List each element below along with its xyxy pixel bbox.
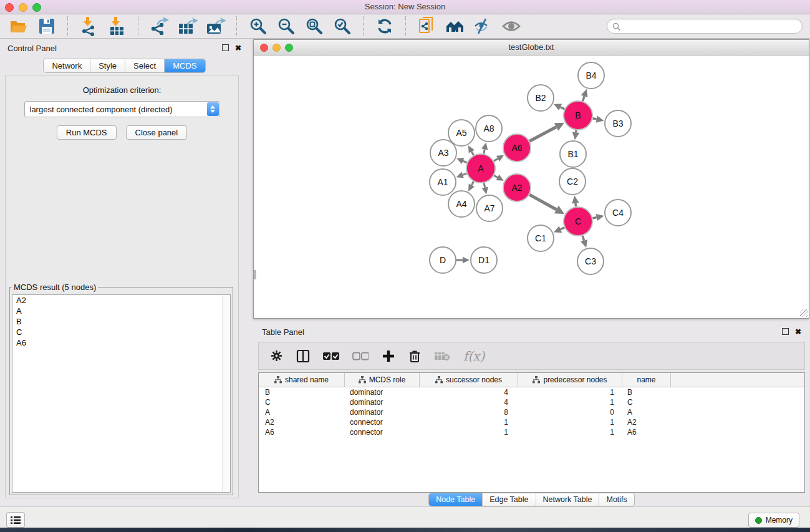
edge-arrowhead <box>572 196 579 204</box>
table-row[interactable]: A6connector11A6 <box>259 427 804 437</box>
column-header-successor-nodes[interactable]: successor nodes <box>420 373 518 387</box>
run-mcds-button[interactable]: Run MCDS <box>57 125 117 140</box>
search-field[interactable] <box>607 19 803 34</box>
zoom-fit-icon[interactable] <box>303 16 325 37</box>
table-row[interactable]: Adominator80A <box>259 407 804 417</box>
zoom-in-icon[interactable] <box>247 16 269 37</box>
edge-A-A8[interactable] <box>484 149 485 153</box>
edge-A-A1[interactable] <box>463 173 466 175</box>
select-all-check-icon[interactable] <box>323 352 339 360</box>
status-bar: Memory <box>0 506 810 528</box>
result-item[interactable]: C <box>12 327 230 337</box>
node-table[interactable]: shared nameMCDS rolesuccessor nodesprede… <box>258 372 805 493</box>
table-header-row[interactable]: shared nameMCDS rolesuccessor nodesprede… <box>259 373 804 387</box>
edge-C-C4[interactable] <box>592 217 596 218</box>
network-graph[interactable]: B4B2BB3A8A5A6A3B1AA1C2A2A4A7C4CC1C3DD1 <box>254 56 809 318</box>
edge-C-C2[interactable] <box>576 203 576 207</box>
tab-mcds[interactable]: MCDS <box>164 59 205 72</box>
tab-style[interactable]: Style <box>90 59 125 72</box>
result-item[interactable]: A <box>12 306 230 316</box>
node-label-B: B <box>575 110 581 120</box>
new-network-from-selection-icon[interactable] <box>416 16 438 37</box>
search-input[interactable] <box>624 21 797 31</box>
deselect-all-icon[interactable] <box>352 352 369 360</box>
first-neighbors-icon[interactable] <box>444 16 466 37</box>
settings-gear-icon[interactable] <box>270 349 283 362</box>
column-header-predecessor-nodes[interactable]: predecessor nodes <box>518 373 622 387</box>
open-file-icon[interactable] <box>7 16 30 37</box>
tab-select[interactable]: Select <box>125 59 164 72</box>
network-canvas[interactable]: B4B2BB3A8A5A6A3B1AA1C2A2A4A7C4CC1C3DD1 <box>254 56 809 318</box>
hide-selection-icon[interactable] <box>472 16 494 37</box>
table-row[interactable]: Bdominator41B <box>259 387 804 397</box>
edge-C-C1[interactable] <box>561 228 564 230</box>
result-scrollbar[interactable] <box>222 295 230 492</box>
function-builder-icon[interactable]: f(x) <box>463 349 485 364</box>
column-label: successor nodes <box>446 375 502 384</box>
export-table-icon[interactable] <box>176 16 199 37</box>
show-all-icon[interactable] <box>500 16 523 37</box>
refresh-icon[interactable] <box>374 16 396 37</box>
close-table-panel-icon[interactable]: ✖ <box>795 329 801 335</box>
column-header-MCDS-role[interactable]: MCDS role <box>345 373 420 387</box>
memory-button[interactable]: Memory <box>748 513 799 528</box>
result-item[interactable]: B <box>12 316 230 327</box>
edge-C-C3[interactable] <box>582 236 584 241</box>
edge-B-B4[interactable] <box>582 96 584 101</box>
tab-network-table[interactable]: Network Table <box>536 493 599 506</box>
edge-arrowhead <box>456 172 464 178</box>
column-header-shared-name[interactable]: shared name <box>259 373 345 387</box>
edge-A-A7[interactable] <box>484 183 485 187</box>
zoom-out-icon[interactable] <box>275 16 297 37</box>
save-session-icon[interactable] <box>36 16 58 37</box>
table-cell: dominator <box>345 408 420 417</box>
window-resize-grip[interactable] <box>800 309 808 317</box>
import-table-icon[interactable] <box>106 16 128 37</box>
edge-A-A5[interactable] <box>471 152 473 155</box>
result-item[interactable]: A6 <box>12 337 230 348</box>
tab-edge-table[interactable]: Edge Table <box>482 493 535 506</box>
tab-node-table[interactable]: Node Table <box>429 493 482 506</box>
optimization-criterion-select[interactable]: largest connected component (directed) <box>24 101 220 117</box>
table-row[interactable]: A2connector11A2 <box>259 417 804 427</box>
edge-B-B3[interactable] <box>593 118 597 119</box>
import-network-icon[interactable] <box>78 16 100 37</box>
tab-motifs[interactable]: Motifs <box>599 493 634 506</box>
close-panel-icon[interactable]: ✖ <box>235 45 241 51</box>
delete-table-icon[interactable] <box>434 351 450 362</box>
column-type-icon <box>274 376 282 384</box>
task-history-button[interactable] <box>6 512 25 528</box>
export-network-icon[interactable] <box>148 16 171 37</box>
edge-A-A6[interactable] <box>494 158 498 161</box>
column-header-name[interactable]: name <box>622 373 671 387</box>
table-cell: 1 <box>420 428 518 437</box>
tab-network[interactable]: Network <box>44 59 90 72</box>
toggle-panel-columns-icon[interactable] <box>296 349 310 363</box>
edge-A-A4[interactable] <box>471 181 473 185</box>
table-cell: 1 <box>518 428 622 437</box>
session-title: Session: New Session <box>0 2 810 11</box>
float-panel-icon[interactable] <box>222 44 229 51</box>
table-body[interactable]: Bdominator41BCdominator41CAdominator80AA… <box>259 387 804 437</box>
table-cell: A <box>622 408 671 417</box>
node-label-A3: A3 <box>438 148 448 158</box>
float-table-panel-icon[interactable] <box>782 328 789 335</box>
zoom-selected-icon[interactable] <box>331 16 354 37</box>
table-tabs: Node TableEdge TableNetwork TableMotifs <box>429 493 634 506</box>
edge-A-A2[interactable] <box>494 175 498 177</box>
close-panel-button[interactable]: Close panel <box>126 125 188 140</box>
edge-arrowhead <box>596 214 604 221</box>
edge-A2-C[interactable] <box>529 195 556 210</box>
edge-B-B2[interactable] <box>561 107 565 109</box>
export-image-icon[interactable] <box>205 16 227 37</box>
add-column-icon[interactable] <box>382 349 395 363</box>
delete-column-icon[interactable] <box>408 349 421 363</box>
node-label-A4: A4 <box>456 199 466 209</box>
canvas-vertical-scroll-thumb[interactable] <box>254 270 256 279</box>
result-item[interactable]: A2 <box>12 295 230 306</box>
network-window-titlebar[interactable]: testGlobe.txt <box>254 40 809 56</box>
edge-A6-B[interactable] <box>529 127 556 142</box>
edge-A-A3[interactable] <box>463 161 466 163</box>
mcds-result-list[interactable]: A2ABCA6 <box>12 294 231 493</box>
table-row[interactable]: Cdominator41C <box>259 397 804 407</box>
